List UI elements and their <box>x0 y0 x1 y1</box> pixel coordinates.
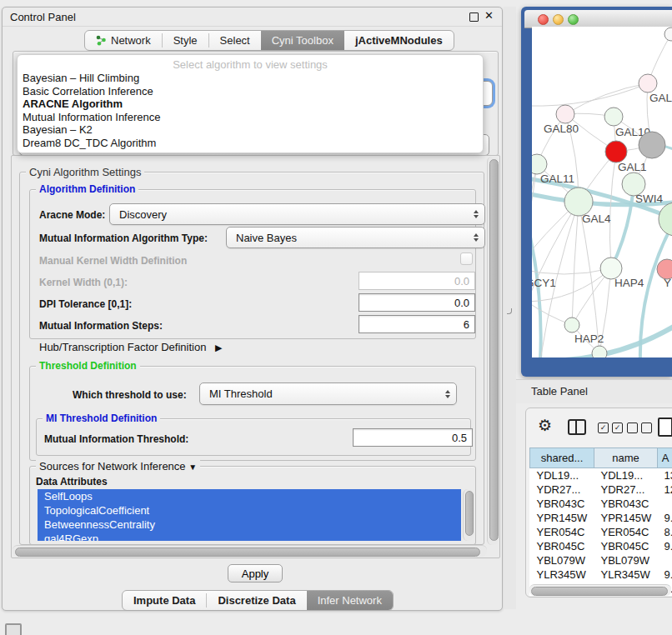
divider-handle[interactable] <box>507 308 512 314</box>
network-node[interactable] <box>659 202 672 236</box>
table-cell[interactable]: YDR27... <box>594 482 658 497</box>
table-row[interactable]: YDR27...YDR27...12 <box>530 482 672 497</box>
network-canvas[interactable]: GALGAL80GAL10GAL1GAL11SWI4GAL4GCY1HAP4YH… <box>532 27 672 358</box>
close-window-icon[interactable] <box>538 14 549 25</box>
float-panel-icon[interactable] <box>469 12 479 22</box>
tab-discretize-data[interactable]: Discretize Data <box>207 591 306 610</box>
tab-style[interactable]: Style <box>163 31 208 50</box>
node-table: shared... name A YDL19...YDL19...13YDR27… <box>529 448 672 596</box>
table-cell[interactable]: 8. <box>658 525 672 539</box>
network-node-gal80[interactable] <box>556 105 574 123</box>
network-node-gal1[interactable] <box>605 141 627 162</box>
table-cell[interactable]: YLR345W <box>530 568 594 582</box>
table-cell[interactable]: 9. <box>658 568 672 582</box>
table-cell[interactable]: YDR27... <box>530 482 594 497</box>
gear-icon[interactable]: ⚙ <box>538 416 552 435</box>
table-cell[interactable]: YBL079W <box>530 553 594 568</box>
table-cell[interactable]: YPR145W <box>594 511 658 525</box>
network-node[interactable] <box>592 346 607 358</box>
tab-jactivemnodules[interactable]: jActiveMNodules <box>344 31 454 50</box>
table-cell[interactable] <box>658 497 672 511</box>
table-row[interactable]: YBL079WYBL079W <box>530 553 672 568</box>
attribute-list-item[interactable]: SelfLoops <box>38 489 461 503</box>
deselect-all-icon[interactable] <box>627 422 652 433</box>
network-node-hap2[interactable] <box>564 318 579 332</box>
table-cell[interactable]: YPR145W <box>530 511 594 525</box>
settings-horizontal-scrollbar[interactable] <box>13 545 487 557</box>
table-cell[interactable]: YER054C <box>530 525 594 539</box>
table-cell[interactable]: YER054C <box>594 525 658 539</box>
table-row[interactable]: YER054CYER054C8. <box>530 525 672 539</box>
table-cell[interactable]: YLR345W <box>594 568 658 582</box>
network-node-gal4[interactable] <box>564 188 593 216</box>
mi-type-combobox[interactable]: Naive Bayes <box>226 227 485 248</box>
column-header-name[interactable]: name <box>594 448 658 468</box>
attribute-list-item[interactable]: BetweennessCentrality <box>38 518 461 532</box>
minimize-window-icon[interactable] <box>553 14 564 25</box>
network-node-gal10[interactable] <box>604 108 623 126</box>
dropdown-item[interactable]: Bayesian – K2 <box>18 123 483 137</box>
settings-vertical-scrollbar[interactable] <box>487 157 499 545</box>
table-cell[interactable]: YBR045C <box>594 539 658 553</box>
network-node-gal[interactable] <box>639 74 657 92</box>
attributes-scroll-thumb[interactable] <box>465 491 474 536</box>
select-all-icon[interactable]: ✓✓ <box>598 422 623 433</box>
table-cell[interactable]: YBR045C <box>530 539 594 553</box>
which-threshold-combobox[interactable]: MI Threshold <box>199 382 457 405</box>
table-cell[interactable]: YBL079W <box>594 553 658 568</box>
network-node[interactable] <box>664 28 672 41</box>
table-row[interactable]: YBR045CYBR045C9. <box>530 539 672 553</box>
table-hscroll-thumb[interactable] <box>531 587 668 596</box>
attribute-list-item[interactable]: gal4RGexp <box>38 532 461 541</box>
network-window-titlebar[interactable] <box>524 10 672 28</box>
tab-network[interactable]: Network <box>85 31 162 50</box>
column-header-partial[interactable]: A <box>658 448 672 468</box>
panel-divider[interactable] <box>504 7 516 609</box>
tab-impute-data[interactable]: Impute Data <box>123 591 206 610</box>
table-cell[interactable]: 9. <box>658 511 672 525</box>
close-panel-icon[interactable]: ✕ <box>484 9 494 22</box>
table-cell[interactable]: YDL19... <box>530 468 594 483</box>
table-cell[interactable]: YBR043C <box>594 497 658 511</box>
manual-kernel-label: Manual Kernel Width Definition <box>39 255 187 267</box>
column-header-shared-name[interactable]: shared... <box>530 448 594 468</box>
kernel-width-field[interactable]: 0.0 <box>359 272 475 290</box>
settings-hscroll-thumb[interactable] <box>15 548 480 557</box>
dropdown-item[interactable]: Basic Correlation Inference <box>18 85 483 98</box>
mi-threshold-field[interactable]: 0.5 <box>353 428 473 447</box>
manual-kernel-checkbox[interactable] <box>460 252 473 265</box>
table-row[interactable]: YPR145WYPR145W9. <box>530 511 672 525</box>
dropdown-item[interactable]: Dream8 DC_TDC Algorithm <box>18 137 483 150</box>
table-cell[interactable]: 13 <box>658 468 672 483</box>
table-row[interactable]: YBR043CYBR043C <box>530 497 672 511</box>
minimized-panel-icon[interactable] <box>5 623 22 635</box>
table-cell[interactable]: YBR043C <box>530 497 594 511</box>
dropdown-item[interactable]: ARACNE Algorithm <box>18 98 483 111</box>
table-cell[interactable]: 9. <box>658 539 672 553</box>
columns-icon[interactable] <box>568 419 586 435</box>
dpi-tolerance-field[interactable]: 0.0 <box>359 293 475 312</box>
dropdown-item[interactable]: Mutual Information Inference <box>18 111 483 124</box>
network-node[interactable] <box>639 132 665 158</box>
settings-vscroll-thumb[interactable] <box>489 159 499 541</box>
sources-group-title[interactable]: Sources for Network Inference ▼ <box>36 460 200 472</box>
tab-select-label: Select <box>220 34 250 47</box>
hub-definition-expander[interactable]: Hub/Transcription Factor Definition ▶ <box>39 341 222 353</box>
tab-cyni-toolbox[interactable]: Cyni Toolbox <box>261 31 344 50</box>
dropdown-item[interactable]: Bayesian – Hill Climbing <box>18 72 483 85</box>
tab-infer-network[interactable]: Infer Network <box>307 591 393 610</box>
table-cell[interactable]: YDL19... <box>594 468 658 483</box>
table-row[interactable]: YDL19...YDL19...13 <box>530 468 672 483</box>
aracne-mode-combobox[interactable]: Discovery <box>109 203 485 225</box>
tab-select[interactable]: Select <box>209 31 261 50</box>
table-cell[interactable]: 12 <box>658 482 672 497</box>
attribute-list-item[interactable]: TopologicalCoefficient <box>38 503 461 518</box>
table-horizontal-scrollbar[interactable] <box>529 584 671 596</box>
attributes-scrollbar[interactable] <box>463 489 474 541</box>
apply-button[interactable]: Apply <box>228 564 283 582</box>
table-row[interactable]: YLR345WYLR345W9. <box>530 568 672 582</box>
zoom-window-icon[interactable] <box>568 14 579 25</box>
mi-steps-field[interactable]: 6 <box>359 315 475 333</box>
document-icon[interactable] <box>658 418 672 437</box>
table-cell[interactable] <box>658 553 672 568</box>
